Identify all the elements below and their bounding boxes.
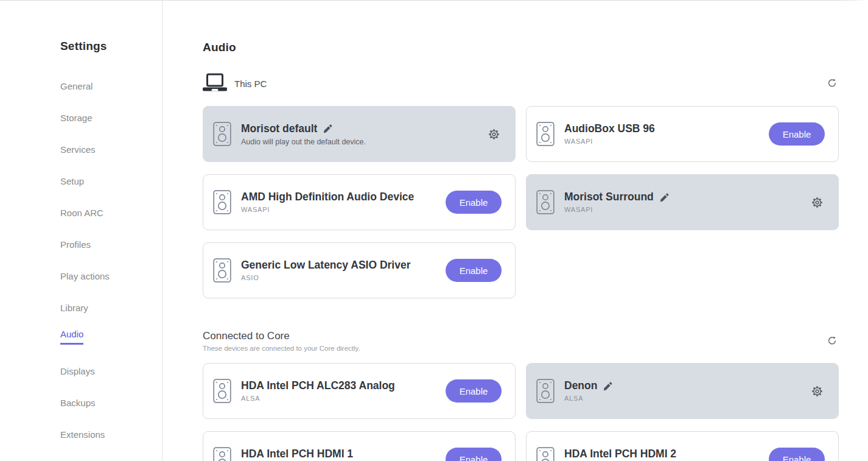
speaker-icon xyxy=(213,190,231,214)
device-name: HDA Intel PCH ALC283 Analog xyxy=(241,379,446,392)
sidebar-item-displays[interactable]: Displays xyxy=(60,354,162,386)
this-pc-section-header: This PC xyxy=(203,72,839,95)
core-section-header: Connected to Core These devices are conn… xyxy=(203,330,839,352)
sidebar-title: Settings xyxy=(60,40,162,53)
device-settings-gear-icon[interactable] xyxy=(486,127,502,142)
edit-pencil-icon[interactable] xyxy=(603,381,613,391)
device-protocol: ALSA xyxy=(564,395,810,403)
core-section-title: Connected to Core xyxy=(203,330,360,342)
core-device-grid: HDA Intel PCH ALC283 Analog ALSA Enable … xyxy=(203,363,839,461)
sidebar-item-services[interactable]: Services xyxy=(60,133,162,164)
enable-button[interactable]: Enable xyxy=(446,259,502,282)
speaker-icon xyxy=(536,379,555,403)
device-card-hda-alc283: HDA Intel PCH ALC283 Analog ALSA Enable xyxy=(203,363,516,419)
sidebar-item-general[interactable]: General xyxy=(60,69,162,101)
device-card-denon: Denon ALSA xyxy=(526,363,839,419)
sidebar-item-library[interactable]: Library xyxy=(60,291,162,323)
this-pc-device-grid: Morisot default Audio will play out the … xyxy=(203,106,839,298)
device-card-amd-hd-audio: AMD High Definition Audio Device WASAPI … xyxy=(203,174,516,230)
device-protocol: WASAPI xyxy=(241,206,446,214)
device-name: Morisot Surround xyxy=(564,191,654,203)
device-protocol: WASAPI xyxy=(564,138,769,146)
device-card-hda-hdmi-2: HDA Intel PCH HDMI 2 Enable xyxy=(526,431,839,461)
enable-button[interactable]: Enable xyxy=(446,191,502,214)
sidebar-item-backups[interactable]: Backups xyxy=(60,386,162,418)
refresh-this-pc-button[interactable] xyxy=(825,76,839,91)
enable-button[interactable]: Enable xyxy=(769,122,825,146)
device-protocol: ASIO xyxy=(241,274,446,282)
device-card-generic-asio: Generic Low Latency ASIO Driver ASIO Ena… xyxy=(203,242,516,298)
device-card-morisot-default: Morisot default Audio will play out the … xyxy=(203,106,516,162)
enable-button[interactable]: Enable xyxy=(446,448,502,461)
sidebar-item-play-actions[interactable]: Play actions xyxy=(60,259,162,291)
enable-button[interactable]: Enable xyxy=(446,379,502,403)
device-name: Morisot default xyxy=(241,122,317,135)
refresh-icon xyxy=(827,335,838,348)
sidebar-item-profiles[interactable]: Profiles xyxy=(60,228,162,259)
device-name: Denon xyxy=(564,379,597,392)
grid-empty-slot xyxy=(526,242,839,298)
edit-pencil-icon[interactable] xyxy=(660,192,670,202)
audio-settings-main: Audio This PC xyxy=(163,1,868,461)
device-settings-gear-icon[interactable] xyxy=(810,195,825,210)
core-section-subtitle: These devices are connected to your Core… xyxy=(203,345,360,352)
enable-button[interactable]: Enable xyxy=(769,448,825,461)
device-card-morisot-surround: Morisot Surround WASAPI xyxy=(526,174,839,230)
speaker-icon xyxy=(536,122,555,146)
edit-pencil-icon[interactable] xyxy=(323,124,333,133)
speaker-icon xyxy=(213,258,231,283)
device-description: Audio will play out the default device. xyxy=(241,138,486,146)
device-protocol: WASAPI xyxy=(564,206,810,214)
speaker-icon xyxy=(213,379,231,403)
page-title: Audio xyxy=(203,41,839,54)
sidebar-item-extensions[interactable]: Extensions xyxy=(60,418,162,449)
settings-nav: General Storage Services Setup Roon ARC … xyxy=(60,69,162,449)
refresh-core-button[interactable] xyxy=(825,334,839,349)
sidebar-item-roon-arc[interactable]: Roon ARC xyxy=(60,196,162,228)
device-name: AudioBox USB 96 xyxy=(564,122,769,135)
refresh-icon xyxy=(827,77,838,90)
sidebar-item-storage[interactable]: Storage xyxy=(60,101,162,133)
speaker-icon xyxy=(536,447,555,461)
device-name: HDA Intel PCH HDMI 2 xyxy=(564,448,769,460)
device-card-audiobox-usb-96: AudioBox USB 96 WASAPI Enable xyxy=(526,106,839,162)
top-border-line xyxy=(0,0,868,1)
settings-sidebar: Settings General Storage Services Setup … xyxy=(0,1,163,461)
speaker-icon xyxy=(536,190,555,214)
device-settings-gear-icon[interactable] xyxy=(810,384,825,399)
device-name: Generic Low Latency ASIO Driver xyxy=(241,259,446,272)
laptop-icon xyxy=(203,72,227,95)
device-name: HDA Intel PCH HDMI 1 xyxy=(241,448,446,460)
speaker-icon xyxy=(213,447,231,461)
sidebar-item-setup[interactable]: Setup xyxy=(60,164,162,196)
device-name: AMD High Definition Audio Device xyxy=(241,191,446,203)
sidebar-item-audio[interactable]: Audio xyxy=(60,323,162,354)
this-pc-label: This PC xyxy=(234,79,267,89)
device-protocol: ALSA xyxy=(241,395,446,403)
speaker-icon xyxy=(213,122,231,146)
device-card-hda-hdmi-1: HDA Intel PCH HDMI 1 Enable xyxy=(203,431,516,461)
